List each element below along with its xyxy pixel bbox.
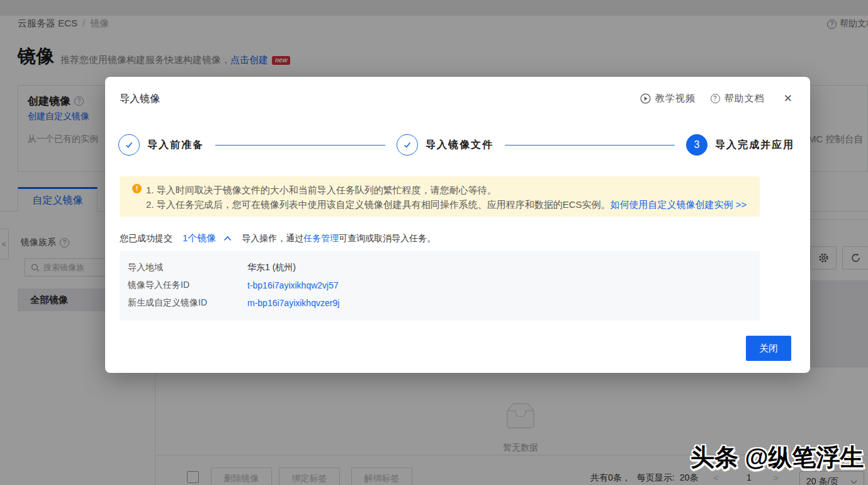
step-2: 导入镜像文件	[397, 134, 493, 156]
tutorial-video-link[interactable]: 教学视频	[640, 93, 696, 105]
question-icon: ?	[711, 94, 720, 103]
chevron-up-icon[interactable]	[223, 236, 232, 241]
dialog-title: 导入镜像	[120, 93, 160, 106]
play-icon	[640, 93, 651, 104]
step-done-icon	[118, 134, 140, 156]
info-row-region: 导入地域 华东1 (杭州)	[120, 259, 760, 277]
import-image-dialog: 导入镜像 教学视频 ? 帮助文档 ✕ 导入前准备 导入镜像文件 3 导入	[105, 77, 810, 373]
watermark: 头条 @纵笔浮生	[690, 442, 864, 474]
close-icon[interactable]: ✕	[784, 93, 792, 104]
step-1: 导入前准备	[118, 134, 204, 156]
wizard-stepper: 导入前准备 导入镜像文件 3 导入完成并应用	[118, 134, 794, 156]
how-to-use-link[interactable]: 如何使用自定义镜像创建实例 >>	[611, 199, 747, 210]
info-row-task-id: 镜像导入任务ID t-bp16i7ayixikhqw2vj57	[120, 277, 760, 294]
image-id-link[interactable]: m-bp16i7ayixikhqvzer9j	[247, 298, 339, 308]
step-done-icon	[397, 134, 418, 156]
close-button[interactable]: 关闭	[746, 336, 791, 361]
task-id-link[interactable]: t-bp16i7ayixikhqw2vj57	[247, 280, 339, 290]
submit-result-line: 您已成功提交 1个镜像 导入操作，通过任务管理可查询或取消导入任务。	[120, 232, 436, 244]
import-info-box: 导入地域 华东1 (杭州) 镜像导入任务ID t-bp16i7ayixikhqw…	[120, 251, 760, 321]
step-number: 3	[686, 134, 707, 156]
task-manage-link[interactable]: 任务管理	[303, 233, 339, 243]
image-count-link[interactable]: 1个镜像	[183, 232, 216, 244]
info-row-image-id: 新生成自定义镜像ID m-bp16i7ayixikhqvzer9j	[120, 294, 760, 312]
help-doc-link-modal[interactable]: ? 帮助文档	[711, 93, 765, 105]
warning-icon: !	[132, 184, 142, 193]
step-3: 3 导入完成并应用	[686, 134, 794, 156]
notice-banner: ! 1. 导入时间取决于镜像文件的大小和当前导入任务队列的繁忙程度，请您耐心等待…	[120, 176, 760, 217]
